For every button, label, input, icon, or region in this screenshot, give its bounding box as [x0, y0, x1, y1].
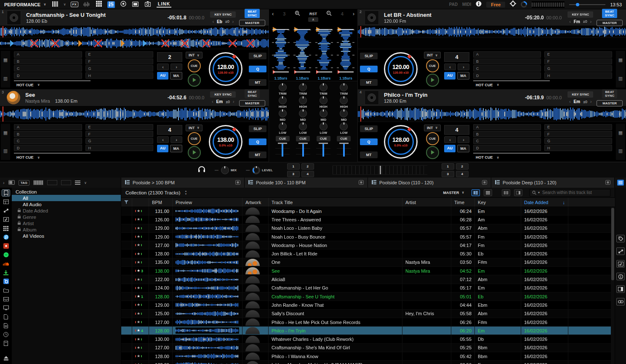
knob-trim[interactable]: [320, 83, 328, 91]
play-button[interactable]: [188, 146, 201, 159]
search-input[interactable]: [541, 190, 608, 195]
rating-stars[interactable]: ★: [135, 278, 142, 282]
rating-stars[interactable]: ★: [135, 226, 142, 230]
table-row[interactable]: ★135.00OneNastya Mira03:50F#m16/02/2026: [121, 258, 615, 267]
table-row[interactable]: ★127.00Craftsmanship - She's Ma Kind Of …: [121, 344, 615, 352]
table-row[interactable]: ★124.00Craftsmanship - Let Her Go05:17Em…: [121, 284, 615, 292]
view-list-button[interactable]: [484, 189, 492, 196]
tag-icon[interactable]: [616, 235, 625, 242]
sampler-icon[interactable]: [2, 216, 10, 223]
cue-button[interactable]: CUE: [188, 132, 201, 145]
display-icon[interactable]: [2, 305, 10, 311]
tab-window-icon[interactable]: [235, 180, 240, 186]
split-view-icon[interactable]: [616, 285, 625, 293]
pad-panel-icon[interactable]: ▦: [618, 130, 623, 136]
deck-waveform[interactable]: [0, 26, 269, 38]
playlist-tab-2[interactable]: Poolside 100 - 110 BPM: [245, 178, 368, 188]
hot-cue-slot-e[interactable]: E: [85, 51, 154, 58]
rating-stars[interactable]: ★: [135, 354, 142, 358]
key-sync-button[interactable]: KEY SYNC: [567, 11, 593, 18]
tree-item-artist[interactable]: Artist: [12, 220, 121, 226]
capture-button[interactable]: [144, 1, 152, 8]
quantize-button[interactable]: Q: [360, 138, 378, 145]
deck-waveform[interactable]: [358, 26, 626, 38]
rating-stars[interactable]: ★: [135, 252, 142, 256]
collection-spinner[interactable]: ▲▼: [184, 190, 187, 195]
master-button[interactable]: MASTER: [239, 100, 265, 106]
playlist-icon[interactable]: [2, 190, 10, 196]
auto-button[interactable]: AU: [157, 145, 168, 152]
preview-cell[interactable]: [173, 344, 242, 352]
channel-fader[interactable]: [275, 143, 290, 159]
tab-window-icon[interactable]: [482, 180, 487, 186]
beat-sync-button[interactable]: BEAT SYNC: [602, 9, 617, 18]
preview-cell[interactable]: [173, 292, 242, 300]
preview-cell[interactable]: [173, 224, 242, 232]
hot-cue-mode-select[interactable]: HOT CUE∨: [473, 82, 612, 87]
hot-cue-slot-a[interactable]: A: [473, 124, 541, 130]
column-header-date-added[interactable]: Date Added↓: [521, 198, 568, 207]
hot-cue-slot-e[interactable]: E: [85, 124, 154, 130]
knob-low[interactable]: [279, 122, 287, 130]
sampler-button[interactable]: [83, 1, 91, 8]
link-icon[interactable]: [616, 298, 625, 306]
headphone-mix-knob[interactable]: [221, 166, 229, 174]
browser-icon[interactable]: [2, 199, 10, 205]
zoom-in-icon[interactable]: [295, 11, 300, 17]
key-shift-control[interactable]: ‹Em±0›: [212, 99, 234, 104]
hot-cue-slot-f[interactable]: F: [544, 131, 612, 137]
tag-filter-button[interactable]: TAG: [19, 180, 29, 186]
hot-cue-slot-g[interactable]: G: [85, 65, 154, 72]
playlist-tab-3[interactable]: Poolside Disco (110 - 120): [368, 178, 491, 188]
quantize-button[interactable]: Q: [249, 66, 266, 72]
key-shift-control[interactable]: ‹Fm±0›: [570, 19, 592, 24]
cue-button[interactable]: CUE: [426, 132, 439, 145]
hot-cue-slot-b[interactable]: B: [14, 131, 82, 137]
collection-header[interactable]: Collection (21300 Tracks) ▲▼: [121, 190, 248, 195]
knob-high[interactable]: [340, 96, 348, 104]
master-volume-slider[interactable]: [569, 4, 605, 5]
table-row[interactable]: ★128.00Philco - I Wanna Know05:42Bbm16/0…: [121, 352, 615, 361]
mixer-button[interactable]: [107, 1, 115, 8]
hot-cue-slot-h[interactable]: H: [85, 72, 154, 79]
table-row[interactable]: ★3138.00SeeNastya Mira04:52Em16/02/2026: [121, 267, 615, 275]
pad-grid-icon[interactable]: [2, 225, 10, 231]
tag-color-swatch-1[interactable]: [33, 180, 43, 185]
preview-cell[interactable]: [173, 241, 242, 249]
link-button[interactable]: LINK: [157, 1, 172, 8]
rating-stars[interactable]: ★: [135, 337, 142, 341]
hot-cue-slot-f[interactable]: F: [85, 58, 154, 65]
tree-item-album[interactable]: Album: [12, 226, 121, 233]
tree-item-date-added[interactable]: Date Added: [12, 207, 121, 214]
tab-window-icon[interactable]: [605, 180, 610, 186]
pad-panel-icon[interactable]: ▦: [3, 130, 8, 136]
scrollbar-thumb[interactable]: [611, 208, 614, 280]
knob-low[interactable]: [340, 122, 348, 130]
channel-cue-button[interactable]: CUE: [337, 136, 351, 141]
tag-color-swatch-2[interactable]: [47, 180, 57, 185]
beat-sync-button[interactable]: BEAT SYNC: [245, 9, 260, 18]
manual-button[interactable]: MA: [170, 72, 182, 80]
collapse-panel-button[interactable]: ∧: [308, 17, 318, 22]
preview-cell[interactable]: [173, 361, 242, 364]
channel-assign-button-3[interactable]: 3: [442, 171, 454, 177]
spotify-icon[interactable]: [2, 252, 10, 258]
channel-fader[interactable]: [316, 143, 330, 159]
grid-reset-button[interactable]: RST: [309, 12, 317, 16]
rating-stars[interactable]: ★4: [135, 329, 143, 333]
crossfader[interactable]: [333, 165, 427, 175]
int-mode-select[interactable]: INT∨: [186, 52, 202, 58]
hot-cue-slot-g[interactable]: G: [544, 138, 612, 144]
table-row[interactable]: ★4128.00Philco - I'm Tryin06:20Em16/02/2…: [121, 327, 615, 335]
beat-jump-back-button[interactable]: ‹: [157, 64, 169, 70]
tree-item-all[interactable]: All: [12, 195, 121, 201]
master-tempo-button[interactable]: MT: [360, 151, 378, 158]
rating-stars[interactable]: ★: [135, 260, 142, 264]
slip-button[interactable]: SLIP: [249, 125, 266, 132]
plan-badge[interactable]: Free: [486, 2, 505, 8]
info-icon[interactable]: [616, 273, 625, 280]
related-tracks-icon[interactable]: [616, 247, 625, 255]
master-button[interactable]: MASTER: [597, 20, 623, 26]
table-row[interactable]: ★1128.00Craftsmanship - See U Tonight05:…: [121, 292, 615, 301]
download-icon[interactable]: [2, 269, 10, 276]
